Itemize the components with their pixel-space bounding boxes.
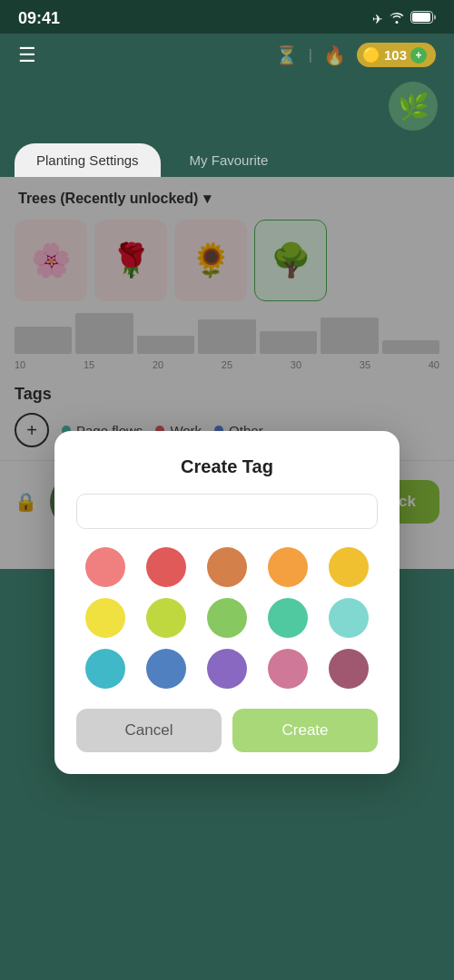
color-dot-9[interactable] [329,598,369,638]
color-dot-1[interactable] [146,547,186,587]
color-dot-2[interactable] [207,547,247,587]
status-icons: ✈ [372,11,436,26]
coin-icon: 🟡 [362,46,380,64]
tab-my-favourite[interactable]: My Favourite [168,143,291,177]
color-dot-11[interactable] [146,649,186,689]
main-content: Trees (Recently unlocked) ▾ 🌸 🌹 🌻 🌳 10 1… [0,177,454,569]
modal-buttons: Cancel Create [76,709,378,752]
coin-plus-button[interactable]: + [410,47,427,64]
color-dot-10[interactable] [85,649,125,689]
avatar-area: 🌿 [0,76,454,136]
avatar-emoji: 🌿 [398,92,429,122]
modal-title: Create Tag [76,456,378,477]
color-dot-7[interactable] [207,598,247,638]
coin-count: 103 [384,47,407,63]
color-dot-4[interactable] [329,547,369,587]
color-dot-6[interactable] [146,598,186,638]
color-dot-12[interactable] [207,649,247,689]
color-dot-5[interactable] [85,598,125,638]
color-dot-13[interactable] [268,649,308,689]
tag-name-input[interactable] [76,494,378,529]
cancel-button[interactable]: Cancel [76,709,222,752]
create-button[interactable]: Create [232,709,378,752]
status-bar: 09:41 ✈ [0,0,454,34]
color-grid [76,547,378,689]
hourglass-icon[interactable]: ⏳ [275,44,298,66]
create-tag-modal: Create Tag Cancel Create [54,431,400,774]
wifi-icon [389,11,405,26]
top-action-icons: ⏳ | 🔥 🟡 103 + [275,43,436,67]
svg-rect-1 [412,13,430,22]
status-time: 09:41 [18,9,60,28]
divider: | [309,47,312,64]
color-dot-0[interactable] [85,547,125,587]
color-dot-14[interactable] [329,649,369,689]
coin-badge[interactable]: 🟡 103 + [357,43,436,67]
tab-planting-settings[interactable]: Planting Settings [15,143,161,177]
avatar[interactable]: 🌿 [389,82,438,131]
top-bar: ☰ ⏳ | 🔥 🟡 103 + [0,34,454,76]
color-dot-8[interactable] [268,598,308,638]
hamburger-icon[interactable]: ☰ [18,44,36,67]
tab-bar: Planting Settings My Favourite [0,136,454,177]
flame-icon[interactable]: 🔥 [323,44,346,66]
airplane-icon: ✈ [372,12,383,26]
battery-icon [410,11,436,26]
color-dot-3[interactable] [268,547,308,587]
